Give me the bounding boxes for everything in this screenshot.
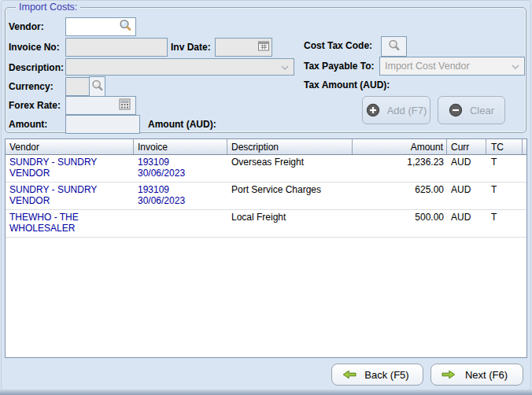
chevron-down-icon (281, 61, 289, 72)
invoice-no-input[interactable] (65, 38, 168, 57)
forex-rate-label: Forex Rate: (9, 100, 61, 111)
cell-invoice: 193109 30/06/2023 (134, 155, 227, 182)
tax-payable-to-dropdown[interactable]: Import Cost Vendor (379, 57, 525, 76)
calendar-icon[interactable] (257, 40, 270, 54)
cell-invoice (134, 210, 227, 237)
cell-curr: AUD (447, 183, 486, 209)
add-button[interactable]: Add (F7) (362, 96, 430, 124)
chevron-down-icon (512, 61, 519, 72)
cell-vendor: THEWHO - THE WHOLESALER (6, 210, 134, 237)
column-header-tc[interactable]: TC (486, 139, 523, 154)
cost-tax-code-lookup-button[interactable] (381, 36, 407, 57)
invoice-number: 193109 (138, 184, 227, 195)
search-icon (387, 39, 401, 55)
tax-payable-to-label: Tax Payable To: (304, 61, 375, 72)
table-row[interactable]: SUNDRY - SUNDRY VENDOR 193109 30/06/2023… (6, 183, 526, 210)
arrow-left-icon (342, 370, 357, 379)
panel-legend: Import Costs: (16, 2, 80, 13)
cell-tc: T (486, 183, 523, 209)
arrow-right-icon (441, 370, 456, 379)
amount-label: Amount: (9, 119, 47, 130)
column-header-filler (523, 139, 526, 154)
cell-curr: AUD (447, 210, 486, 237)
table-row[interactable]: SUNDRY - SUNDRY VENDOR 193109 30/06/2023… (6, 155, 526, 183)
invoice-date: 30/06/2023 (138, 195, 227, 206)
cell-vendor: SUNDRY - SUNDRY VENDOR (6, 155, 134, 182)
inv-date-label: Inv Date: (171, 42, 211, 53)
column-header-curr[interactable]: Curr (447, 139, 486, 154)
cost-tax-code-label: Cost Tax Code: (304, 40, 372, 51)
amount-aud-label: Amount (AUD): (148, 119, 216, 130)
cell-amount: 1,236.23 (353, 155, 447, 182)
import-costs-grid: Vendor Invoice Description Amount Curr T… (5, 138, 527, 358)
cell-amount: 625.00 (353, 183, 447, 209)
cell-description: Port Service Charges (227, 183, 353, 209)
cell-description: Local Freight (227, 210, 353, 237)
clear-button[interactable]: Clear (438, 96, 505, 124)
amount-input[interactable] (65, 115, 140, 134)
description-label: Description: (9, 62, 64, 73)
description-dropdown[interactable] (65, 58, 294, 76)
column-header-vendor[interactable]: Vendor (6, 139, 134, 154)
cell-vendor: SUNDRY - SUNDRY VENDOR (6, 183, 134, 209)
cell-curr: AUD (447, 155, 486, 182)
next-button-label: Next (F6) (456, 369, 523, 381)
search-icon (91, 79, 105, 95)
cell-description: Overseas Freight (227, 155, 353, 182)
column-header-amount[interactable]: Amount (353, 139, 447, 154)
cell-amount: 500.00 (353, 210, 447, 237)
cell-tc: T (486, 155, 523, 182)
invoice-no-label: Invoice No: (9, 42, 60, 53)
tax-payable-to-value: Import Cost Vendor (385, 61, 470, 72)
search-icon[interactable] (118, 18, 133, 35)
minus-circle-icon (449, 103, 463, 117)
vendor-label: Vendor: (9, 21, 44, 32)
calculator-icon[interactable] (119, 98, 131, 113)
currency-input[interactable] (65, 77, 90, 96)
column-header-invoice[interactable]: Invoice (134, 139, 227, 154)
tax-amount-aud-label: Tax Amount (AUD): (304, 79, 390, 90)
table-row[interactable]: THEWHO - THE WHOLESALER Local Freight 50… (6, 210, 526, 238)
next-button[interactable]: Next (F6) (430, 364, 523, 386)
back-button[interactable]: Back (F5) (331, 364, 423, 386)
window-bottom-edge (0, 389, 532, 395)
plus-circle-icon (366, 103, 380, 117)
invoice-date: 30/06/2023 (138, 168, 227, 179)
currency-label: Currency: (9, 81, 54, 92)
column-header-description[interactable]: Description (227, 139, 353, 154)
currency-lookup-button[interactable] (89, 76, 105, 97)
add-button-label: Add (F7) (387, 105, 427, 116)
clear-button-label: Clear (470, 105, 494, 116)
back-button-label: Back (F5) (357, 369, 423, 381)
grid-header: Vendor Invoice Description Amount Curr T… (6, 139, 526, 155)
cell-tc: T (486, 210, 523, 237)
invoice-number: 193109 (138, 157, 227, 168)
cell-invoice: 193109 30/06/2023 (134, 183, 227, 209)
